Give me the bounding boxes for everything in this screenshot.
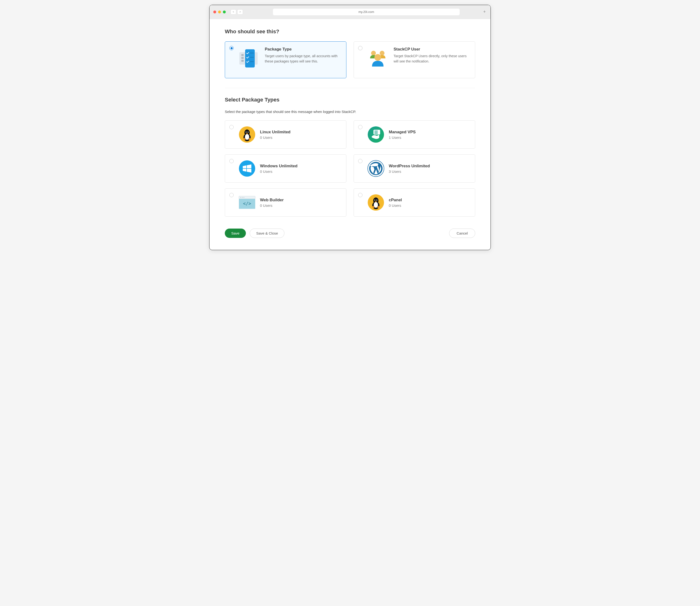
page-content: Who should see this? bbox=[209, 19, 491, 250]
svg-rect-1 bbox=[241, 54, 244, 56]
svg-rect-23 bbox=[374, 133, 378, 134]
maximize-window-button[interactable] bbox=[223, 10, 226, 14]
svg-rect-22 bbox=[374, 132, 378, 133]
nav-buttons: < > bbox=[231, 9, 243, 15]
package-type-icon bbox=[238, 48, 260, 68]
radio-cpanel[interactable] bbox=[358, 193, 363, 197]
radio-managed-vps[interactable] bbox=[358, 125, 363, 129]
forward-button[interactable]: > bbox=[237, 9, 243, 15]
package-users: 0 Users bbox=[260, 204, 284, 208]
svg-rect-21 bbox=[374, 131, 378, 132]
svg-point-33 bbox=[242, 197, 243, 198]
audience-options: Package Type Target users by package typ… bbox=[225, 41, 475, 78]
package-types-grid: Linux Unlimited 0 Users bbox=[225, 120, 475, 217]
svg-point-8 bbox=[371, 51, 376, 55]
package-title: WordPress Unlimited bbox=[389, 164, 430, 168]
browser-chrome: < > my.20i.com + bbox=[209, 5, 491, 19]
package-users: 3 Users bbox=[389, 169, 430, 173]
svg-point-10 bbox=[374, 54, 381, 61]
svg-text:</>: </> bbox=[243, 201, 251, 206]
radio-windows-unlimited[interactable] bbox=[229, 159, 234, 163]
svg-rect-4 bbox=[245, 49, 255, 68]
cpanel-icon bbox=[367, 194, 384, 211]
package-types-heading: Select Package Types bbox=[225, 97, 475, 103]
package-cpanel[interactable]: cPanel 0 Users bbox=[354, 188, 475, 217]
audience-option-desc: Target users by package type, all accoun… bbox=[265, 54, 340, 64]
audience-option-package-type[interactable]: Package Type Target users by package typ… bbox=[225, 41, 346, 78]
audience-option-stackcp-user[interactable]: StackCP User Target StackCP Users direct… bbox=[354, 41, 475, 78]
audience-option-title: Package Type bbox=[265, 47, 340, 52]
audience-option-desc: Target StackCP Users directly, only thes… bbox=[394, 54, 469, 64]
footer-actions: Save Save & Close Cancel bbox=[225, 229, 475, 238]
package-users: 0 Users bbox=[389, 204, 402, 208]
svg-point-9 bbox=[380, 51, 384, 55]
audience-heading: Who should see this? bbox=[225, 28, 475, 35]
windows-icon bbox=[238, 160, 256, 177]
svg-point-14 bbox=[245, 134, 249, 140]
package-title: Managed VPS bbox=[389, 130, 416, 135]
radio-web-builder[interactable] bbox=[229, 193, 234, 197]
traffic-lights bbox=[213, 10, 226, 14]
package-users: 0 Users bbox=[260, 136, 290, 140]
svg-rect-6 bbox=[250, 57, 254, 58]
package-types-desc: Select the package types that should see… bbox=[225, 110, 475, 114]
package-users: 1 Users bbox=[389, 136, 416, 140]
package-title: Web Builder bbox=[260, 198, 284, 203]
svg-point-44 bbox=[376, 200, 377, 201]
radio-stackcp-user[interactable] bbox=[358, 46, 363, 50]
package-title: Windows Unlimited bbox=[260, 164, 298, 168]
new-tab-button[interactable]: + bbox=[483, 9, 486, 14]
package-users: 0 Users bbox=[260, 169, 298, 173]
cancel-button[interactable]: Cancel bbox=[449, 229, 475, 238]
close-window-button[interactable] bbox=[213, 10, 216, 14]
package-wordpress-unlimited[interactable]: WordPress Unlimited 3 Users bbox=[354, 154, 475, 183]
svg-point-43 bbox=[375, 200, 375, 201]
package-title: cPanel bbox=[389, 198, 402, 203]
web-builder-icon: </> bbox=[238, 194, 256, 211]
audience-option-title: StackCP User bbox=[394, 47, 469, 52]
back-button[interactable]: < bbox=[231, 9, 236, 15]
svg-point-40 bbox=[374, 202, 378, 208]
svg-point-24 bbox=[239, 160, 255, 177]
svg-point-18 bbox=[248, 132, 248, 133]
package-title: Linux Unlimited bbox=[260, 130, 290, 135]
svg-rect-31 bbox=[239, 196, 255, 199]
linux-icon bbox=[238, 126, 256, 143]
radio-package-type[interactable] bbox=[229, 46, 234, 50]
wordpress-icon bbox=[367, 160, 384, 177]
package-web-builder[interactable]: </> Web Builder 0 Users bbox=[225, 188, 346, 217]
package-windows-unlimited[interactable]: Windows Unlimited 0 Users bbox=[225, 154, 346, 183]
save-button[interactable]: Save bbox=[225, 229, 246, 238]
package-linux-unlimited[interactable]: Linux Unlimited 0 Users bbox=[225, 120, 346, 149]
svg-rect-3 bbox=[241, 60, 244, 62]
svg-rect-5 bbox=[250, 53, 254, 53]
svg-point-17 bbox=[246, 132, 247, 133]
radio-wordpress-unlimited[interactable] bbox=[358, 159, 363, 163]
browser-window: < > my.20i.com + Who should see this? bbox=[209, 5, 491, 250]
stackcp-user-icon bbox=[367, 48, 389, 68]
managed-vps-icon bbox=[367, 126, 384, 143]
svg-point-32 bbox=[240, 197, 241, 198]
radio-linux-unlimited[interactable] bbox=[229, 125, 234, 129]
svg-rect-7 bbox=[250, 61, 254, 62]
minimize-window-button[interactable] bbox=[218, 10, 221, 14]
svg-point-34 bbox=[243, 197, 244, 198]
svg-rect-2 bbox=[241, 57, 244, 59]
package-managed-vps[interactable]: Managed VPS 1 Users bbox=[354, 120, 475, 149]
save-close-button[interactable]: Save & Close bbox=[250, 229, 284, 238]
url-bar[interactable]: my.20i.com bbox=[273, 8, 460, 15]
